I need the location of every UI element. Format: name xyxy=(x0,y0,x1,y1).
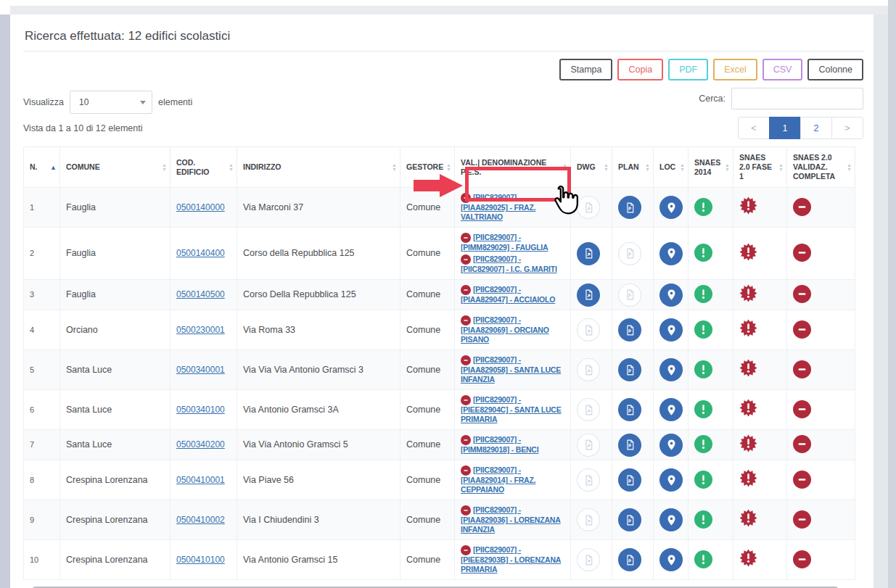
pes-link[interactable]: [PIIC829007] - [PIAA829058] - SANTA LUCE… xyxy=(461,355,561,384)
plan-file-icon[interactable] xyxy=(618,468,641,492)
cell-plan xyxy=(612,350,654,390)
sort-icon: ▲▼ xyxy=(680,163,685,172)
cell-snaes-20-validaz xyxy=(787,350,855,390)
cell-dwg xyxy=(571,540,612,580)
plan-file-icon[interactable] xyxy=(618,196,641,219)
export-button-stampa[interactable]: Stampa xyxy=(559,59,612,80)
sort-icon: ▲▼ xyxy=(725,163,730,172)
pagination-prev[interactable]: < xyxy=(738,117,770,139)
snaes-20-validaz-icon xyxy=(793,360,811,378)
column-header-cod-edificio[interactable]: COD. EDIFICIO▲▼ xyxy=(170,147,237,188)
page-length-select[interactable]: 10 xyxy=(70,91,152,114)
export-button-excel[interactable]: Excel xyxy=(713,59,757,80)
pes-link[interactable]: [PIIC829007] - [PIAA829036] - LORENZANA … xyxy=(461,505,561,534)
cell-cod-edificio: 0500140000 xyxy=(170,188,237,228)
pes-link[interactable]: [PIIC829007] - [PIAA829047] - ACCIAIOLO xyxy=(461,285,555,304)
column-header-snaes-2-0-validaz-completa[interactable]: SNAES 2.0 VALIDAZ. COMPLETA▲▼ xyxy=(787,147,855,188)
column-header-indirizzo[interactable]: INDIRIZZO▲▼ xyxy=(237,147,400,188)
cell-comune: Fauglia xyxy=(60,228,170,280)
location-pin-icon[interactable] xyxy=(659,508,683,531)
location-pin-icon[interactable] xyxy=(659,398,683,421)
dwg-file-icon xyxy=(577,318,600,341)
location-pin-icon[interactable] xyxy=(659,242,683,265)
export-button-colonne[interactable]: Colonne xyxy=(807,59,863,80)
cell-denominazione-pes: [PIIC829007] - [PIAA829058] - SANTA LUCE… xyxy=(455,350,571,390)
building-code-link[interactable]: 0500140400 xyxy=(176,248,225,258)
cell-indirizzo: Via Antonio Gramsci 3A xyxy=(237,390,400,430)
pes-link[interactable]: [PIIC829007] - [PIAA829069] - ORCIANO PI… xyxy=(461,315,549,344)
non-validato-icon xyxy=(461,355,471,365)
building-code-link[interactable]: 0500140500 xyxy=(176,289,225,299)
building-code-link[interactable]: 0500340200 xyxy=(176,439,225,450)
pes-link[interactable]: [PIIC829007] - [PIAA829025] - FRAZ. VALT… xyxy=(461,193,535,221)
dwg-file-icon[interactable] xyxy=(577,283,600,307)
non-validato-icon xyxy=(461,545,471,555)
scroll-left-icon[interactable]: ‹ xyxy=(23,585,26,588)
plan-file-icon[interactable] xyxy=(618,358,641,381)
cell-indirizzo: Corso Della Repubblica 125 xyxy=(237,280,400,310)
snaes-20-fase1-icon xyxy=(739,284,757,302)
cell-dwg xyxy=(571,228,612,280)
table-row: 5Santa Luce0500340001Via Via Via Antonio… xyxy=(24,350,855,390)
vertical-scrollbar-area[interactable] xyxy=(888,0,896,588)
building-code-link[interactable]: 0500340001 xyxy=(176,365,225,375)
cell-snaes-20-validaz xyxy=(787,460,855,500)
location-pin-icon[interactable] xyxy=(659,548,683,571)
plan-file-icon[interactable] xyxy=(618,398,641,421)
column-header-plan[interactable]: PLAN▲▼ xyxy=(612,147,654,188)
column-header-snaes-2014[interactable]: SNAES 2014▲▼ xyxy=(689,147,733,188)
building-code-link[interactable]: 0500140000 xyxy=(176,202,225,212)
location-pin-icon[interactable] xyxy=(659,358,683,381)
location-pin-icon[interactable] xyxy=(659,196,683,219)
export-button-pdf[interactable]: PDF xyxy=(668,59,708,80)
cell-gestore: Comune xyxy=(400,280,455,310)
plan-file-icon[interactable] xyxy=(618,548,641,571)
pagination-next[interactable]: > xyxy=(831,117,863,139)
building-code-link[interactable]: 0500410100 xyxy=(176,555,225,565)
plan-file-icon[interactable] xyxy=(618,508,641,531)
sort-icon: ▲▼ xyxy=(562,163,567,172)
table-row: 3Fauglia0500140500Corso Della Repubblica… xyxy=(24,280,855,310)
cell-snaes-20-fase1 xyxy=(733,430,787,460)
column-header-loc[interactable]: LOC▲▼ xyxy=(654,147,689,188)
pagination-page-1[interactable]: 1 xyxy=(769,117,801,139)
column-header-comune[interactable]: COMUNE▲▼ xyxy=(60,147,170,188)
building-code-link[interactable]: 0500410002 xyxy=(176,515,225,525)
location-pin-icon[interactable] xyxy=(659,434,683,457)
pagination-page-2[interactable]: 2 xyxy=(800,117,832,139)
dwg-file-icon[interactable] xyxy=(577,242,600,265)
cell-snaes-20-fase1 xyxy=(733,500,787,540)
cell-indirizzo: Via Roma 33 xyxy=(237,310,400,350)
building-code-link[interactable]: 0500340100 xyxy=(176,405,225,415)
scroll-right-icon[interactable]: › xyxy=(852,585,855,588)
cell-comune: Fauglia xyxy=(60,188,170,228)
sort-icon: ▲▼ xyxy=(645,163,650,172)
plan-file-icon[interactable] xyxy=(618,318,641,341)
cell-denominazione-pes: [PIIC829007] - [PIMM829018] - BENCI xyxy=(455,430,571,460)
pes-link[interactable]: [PIIC829007] - [PIMM829029] - FAUGLIA xyxy=(461,233,548,252)
location-pin-icon[interactable] xyxy=(659,468,683,492)
pes-link[interactable]: [PIIC829007] - [PIIC829007] - I.C. G.MAR… xyxy=(461,254,557,273)
pes-link[interactable]: [PIIC829007] - [PIEE82904C] - SANTA LUCE… xyxy=(461,395,562,423)
cell-snaes-2014 xyxy=(689,390,733,430)
building-code-link[interactable]: 0500230001 xyxy=(176,325,225,335)
plan-file-icon[interactable] xyxy=(618,434,641,457)
export-button-copia[interactable]: Copia xyxy=(617,59,663,80)
location-pin-icon[interactable] xyxy=(659,318,683,341)
pes-link[interactable]: [PIIC829007] - [PIAA829014] - FRAZ. CEPP… xyxy=(461,465,535,494)
location-pin-icon[interactable] xyxy=(659,283,683,307)
pes-link[interactable]: [PIIC829007] - [PIMM829018] - BENCI xyxy=(461,435,538,454)
export-button-csv[interactable]: CSV xyxy=(763,59,803,80)
cell-denominazione-pes: [PIIC829007] - [PIAA829036] - LORENZANA … xyxy=(455,500,571,540)
search-input[interactable] xyxy=(731,88,863,109)
column-header-n[interactable]: N.▲ xyxy=(24,147,60,188)
snaes-2014-icon xyxy=(694,550,712,568)
building-code-link[interactable]: 0500410001 xyxy=(176,475,225,485)
cell-n: 5 xyxy=(24,350,60,390)
pagination: < 12> xyxy=(738,117,863,139)
snaes-20-validaz-icon xyxy=(793,435,811,453)
snaes-2014-icon xyxy=(694,510,712,529)
cell-snaes-20-validaz xyxy=(787,280,855,310)
pes-link[interactable]: [PIIC829007] - [PIEE82903B] - LORENZANA … xyxy=(461,545,561,573)
column-header-snaes-2-0-fase-1[interactable]: SNAES 2.0 FASE 1▲▼ xyxy=(733,147,787,188)
